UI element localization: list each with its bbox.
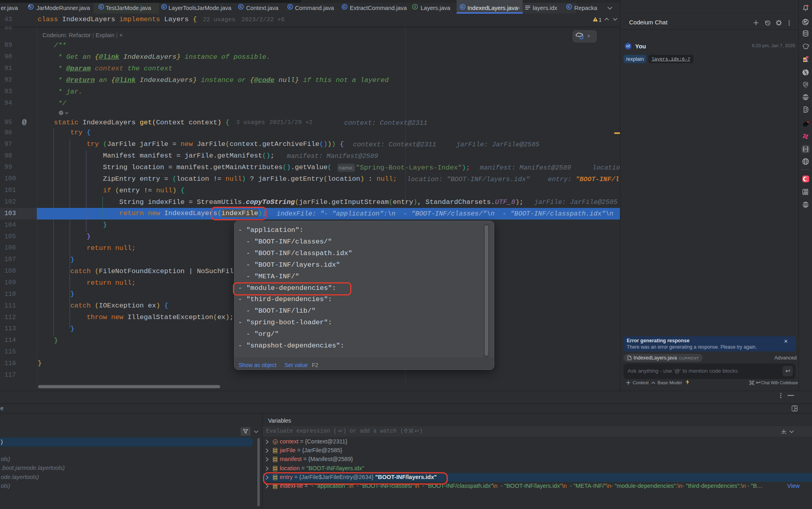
svg-text:C: C xyxy=(240,4,243,9)
svg-text:C: C xyxy=(100,4,103,9)
svg-text:C: C xyxy=(343,4,346,9)
svg-text:A: A xyxy=(805,191,806,194)
svg-text:I: I xyxy=(415,4,416,9)
svg-text:C: C xyxy=(568,4,571,9)
svg-text:C: C xyxy=(289,4,292,9)
svg-text:C: C xyxy=(163,4,166,9)
svg-text:L: L xyxy=(806,59,808,62)
svg-text:X: X xyxy=(804,70,807,74)
svg-text:C: C xyxy=(30,4,32,9)
svg-text:C: C xyxy=(461,4,464,9)
svg-text:p: p xyxy=(274,440,276,444)
